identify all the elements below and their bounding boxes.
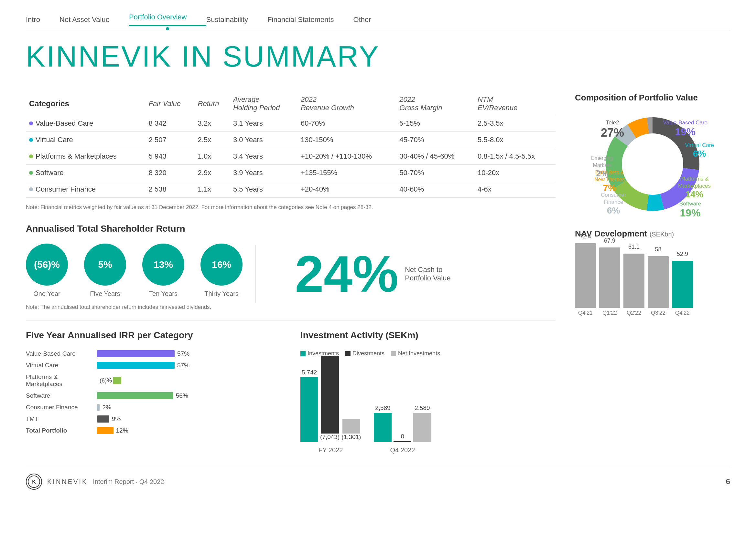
cat-color-dot — [29, 154, 33, 158]
inv-bar-wrap: 2,589 — [374, 404, 392, 442]
net-cash-percent: 24% — [295, 248, 398, 300]
nav-item-intro[interactable]: Intro — [26, 15, 60, 24]
nav-bar-group: 72.4Q4'21 — [575, 233, 596, 316]
nav-bar-label: Q2'22 — [627, 310, 641, 316]
inv-bar-element — [374, 413, 392, 442]
nav-bar-group: 67.9Q1'22 — [599, 238, 620, 316]
cat-color-dot — [29, 187, 33, 191]
irr-bar — [113, 377, 121, 384]
cat-name-label: Value-Based Care — [36, 119, 93, 128]
nav-bar-label: Q1'22 — [603, 310, 617, 316]
irr-label: Value-Based Care — [26, 350, 94, 357]
cat-holding: 5.5 Years — [230, 181, 297, 198]
inv-bars-row: 5,742(7,043)(1,301) — [300, 356, 361, 442]
cat-gross-margin: 30-40% / 45-60% — [396, 148, 474, 165]
cat-color-dot — [29, 138, 33, 142]
table-row: Platforms & Marketplaces 5 943 1.0x 3.4 … — [26, 148, 555, 165]
irr-row: Value-Based Care 57% — [26, 350, 281, 357]
cat-return: 1.0x — [195, 148, 230, 165]
investment-title: Investment Activity (SEKm) — [300, 330, 555, 341]
nav-bar-group: 58Q3'22 — [648, 246, 669, 316]
irr-panel: Five Year Annualised IRR per Category Va… — [26, 330, 281, 454]
irr-value: 57% — [177, 362, 189, 369]
irr-row: Platforms & Marketplaces (6)% — [26, 373, 281, 388]
cat-fair-value: 2 538 — [146, 181, 195, 198]
return-right: 24% Net Cash toPortfolio Value — [269, 248, 451, 300]
nav-bar-label: Q4'22 — [675, 310, 690, 316]
irr-bar — [97, 362, 175, 369]
irr-label: Total Portfolio — [26, 427, 94, 434]
table-row: Software 8 320 2.9x 3.9 Years +135-155% … — [26, 165, 555, 181]
col-header-holding: AverageHolding Period — [230, 93, 297, 115]
return-circle-item: 5% Five Years — [84, 243, 126, 297]
cat-name-label: Consumer Finance — [36, 185, 96, 193]
irr-bar — [97, 416, 109, 422]
cat-gross-margin: 5-15% — [396, 115, 474, 132]
composition-title: Composition of Portfolio Value — [575, 93, 730, 103]
shareholder-title: Annualised Total Shareholder Return — [26, 223, 555, 234]
circle-label: Thirty Years — [204, 290, 239, 297]
cat-fair-value: 8 342 — [146, 115, 195, 132]
cat-gross-margin: 45-70% — [396, 132, 474, 148]
nav-item-net-asset-value[interactable]: Net Asset Value — [60, 15, 129, 24]
cat-revenue-growth: 130-150% — [297, 132, 396, 148]
inv-bar-element — [321, 356, 339, 434]
nav-bar-value: 61.1 — [628, 243, 639, 250]
nav-item-other[interactable]: Other — [353, 15, 391, 24]
cat-color-dot — [29, 171, 33, 175]
cat-name-cell: Consumer Finance — [26, 181, 146, 198]
cat-name-label: Platforms & Marketplaces — [36, 152, 117, 161]
donut-label-cf: ConsumerFinance 6% — [601, 191, 626, 216]
irr-investment-section: Five Year Annualised IRR per Category Va… — [26, 330, 555, 454]
donut-label-sw: Software 19% — [679, 200, 701, 219]
cat-holding: 3.9 Years — [230, 165, 297, 181]
donut-label-em: EmergingMarkets 2% — [591, 154, 613, 179]
page-title: KINNEVIK IN SUMMARY — [26, 40, 730, 73]
report-name: Interim Report · Q4 2022 — [93, 478, 164, 486]
top-navigation: IntroNet Asset ValuePortfolio OverviewSu… — [26, 13, 730, 30]
inv-bar-wrap: (7,043) — [320, 356, 339, 442]
return-circles: (56)% One Year 5% Five Years 13% Ten Yea… — [26, 243, 243, 297]
nav-item-portfolio-overview[interactable]: Portfolio Overview — [129, 13, 206, 26]
footer: K KINNEVIK Interim Report · Q4 2022 6 — [26, 467, 730, 490]
cat-fair-value: 5 943 — [146, 148, 195, 165]
circle-label: One Year — [33, 290, 60, 297]
footer-logo: K — [26, 473, 42, 490]
cat-gross-margin: 40-60% — [396, 181, 474, 198]
nav-item-sustainability[interactable]: Sustainability — [206, 15, 267, 24]
nav-bar-group: 61.1Q2'22 — [623, 243, 644, 316]
irr-bar — [97, 404, 99, 411]
circle-label: Five Years — [90, 290, 120, 297]
cat-ev-revenue: 5.5-8.0x — [474, 132, 555, 148]
irr-neg-value: (6)% — [99, 377, 112, 384]
donut-label-pm: Platforms &Marketplaces 14% — [678, 175, 711, 200]
cat-holding: 3.1 Years — [230, 115, 297, 132]
cat-ev-revenue: 2.5-3.5x — [474, 115, 555, 132]
table-row: Value-Based Care 8 342 3.2x 3.1 Years 60… — [26, 115, 555, 132]
nav-item-financial-statements[interactable]: Financial Statements — [267, 15, 353, 24]
legend-color — [391, 351, 396, 356]
donut-labels: Tele2 27% Value-Based Care 19% Virtual C… — [598, 109, 708, 219]
irr-value: 12% — [116, 427, 128, 434]
cat-name-cell: Value-Based Care — [26, 115, 146, 132]
irr-bar-container: 57% — [97, 362, 281, 369]
right-panel: Composition of Portfolio Value — [575, 93, 730, 454]
inv-bar-element — [413, 413, 431, 442]
return-divider — [256, 245, 256, 303]
inv-group-label: FY 2022 — [318, 446, 343, 454]
inv-bar-wrap: 5,742 — [300, 369, 318, 442]
irr-value: 2% — [102, 404, 111, 411]
return-circle: 16% — [201, 243, 243, 286]
irr-label: Consumer Finance — [26, 404, 94, 411]
irr-label: Platforms & Marketplaces — [26, 373, 94, 388]
donut-label-vc: Virtual Care 6% — [685, 141, 714, 159]
inv-bar-value-label: 5,742 — [302, 369, 317, 376]
cat-gross-margin: 50-70% — [396, 165, 474, 181]
inv-bar-wrap: 2,589 — [413, 404, 431, 442]
cat-holding: 3.4 Years — [230, 148, 297, 165]
nav-bar-element — [575, 243, 596, 308]
cat-fair-value: 8 320 — [146, 165, 195, 181]
return-circle: 5% — [84, 243, 126, 286]
col-header-ev-revenue: NTMEV/Revenue — [474, 93, 555, 115]
donut-label-tele2: Tele2 27% — [601, 119, 624, 140]
